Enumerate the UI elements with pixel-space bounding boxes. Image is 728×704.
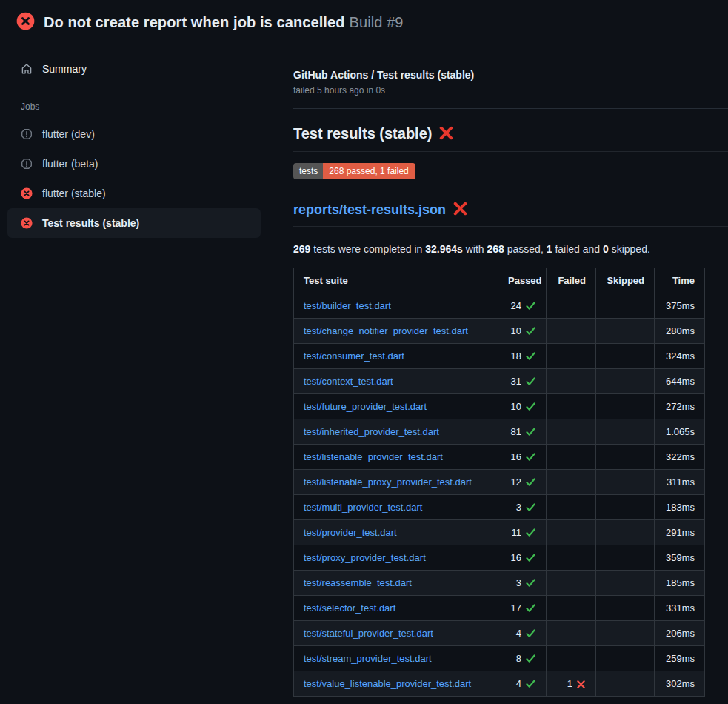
table-row: test/context_test.dart31644ms [294, 369, 705, 394]
build-title: Do not create report when job is cancell… [44, 14, 345, 30]
check-icon [525, 328, 536, 339]
test-suite-link[interactable]: test/proxy_provider_test.dart [304, 552, 426, 563]
test-suite-cell: test/stateful_provider_test.dart [294, 621, 498, 646]
sidebar: Summary Jobs flutter (dev)flutter (beta)… [0, 41, 281, 238]
table-row: test/multi_provider_test.dart3183ms [294, 495, 705, 520]
sidebar-item-label: flutter (stable) [42, 187, 106, 199]
summary-text: with [463, 243, 487, 255]
column-header-failed: Failed [547, 268, 596, 293]
x-circle-icon [21, 217, 33, 229]
failed-cell: 1 [547, 671, 596, 697]
time-cell: 322ms [655, 445, 705, 470]
check-icon [525, 580, 536, 591]
time-cell: 1.065s [655, 419, 705, 445]
test-suite-link[interactable]: test/change_notifier_provider_test.dart [304, 325, 468, 336]
test-suite-link[interactable]: test/consumer_test.dart [304, 351, 404, 362]
test-suite-cell: test/context_test.dart [294, 369, 498, 394]
passed-cell: 17 [498, 596, 547, 621]
results-summary-text: 269 tests were completed in 32.964s with… [293, 243, 728, 255]
test-suite-cell: test/selector_test.dart [294, 596, 498, 621]
x-mark-icon [576, 680, 586, 691]
test-suite-link[interactable]: test/reassemble_test.dart [304, 577, 412, 588]
failed-cell [547, 571, 596, 596]
time-cell: 185ms [655, 571, 705, 596]
failed-cell [547, 545, 596, 571]
check-icon [525, 403, 536, 414]
test-suite-cell: test/value_listenable_provider_test.dart [294, 671, 498, 697]
skipped-cell [596, 419, 655, 445]
check-icon [525, 605, 536, 616]
test-suite-link[interactable]: test/future_provider_test.dart [304, 401, 427, 412]
test-suite-link[interactable]: test/listenable_provider_test.dart [304, 451, 443, 462]
sidebar-item-test-results-stable[interactable]: Test results (stable) [7, 208, 261, 238]
check-icon [525, 655, 536, 666]
time-cell: 183ms [655, 495, 705, 520]
main-content: GitHub Actions / Test results (stable) f… [281, 41, 728, 697]
check-icon [525, 504, 536, 515]
home-icon [21, 63, 33, 75]
failed-cell [547, 445, 596, 470]
test-suite-link[interactable]: test/listenable_proxy_provider_test.dart [304, 476, 472, 488]
skipped-cell [596, 394, 655, 419]
time-cell: 359ms [655, 545, 705, 571]
skipped-cell [596, 445, 655, 470]
failed-cell [547, 369, 596, 394]
failed-cell [547, 394, 596, 419]
sidebar-item-label: flutter (beta) [42, 158, 98, 170]
table-header-row: Test suitePassedFailedSkippedTime [294, 268, 705, 293]
sidebar-item-flutter-beta[interactable]: flutter (beta) [7, 149, 261, 179]
sidebar-item-label: flutter (dev) [42, 128, 95, 140]
check-icon [525, 529, 536, 540]
test-suite-cell: test/future_provider_test.dart [294, 394, 498, 419]
table-row: test/listenable_proxy_provider_test.dart… [294, 470, 705, 495]
test-suite-link[interactable]: test/stateful_provider_test.dart [304, 628, 433, 639]
page-title: Do not create report when job is cancell… [44, 14, 404, 31]
time-cell: 280ms [655, 319, 705, 344]
failed-cell [547, 621, 596, 646]
test-suite-link[interactable]: test/value_listenable_provider_test.dart [304, 678, 471, 689]
test-suite-link[interactable]: test/provider_test.dart [304, 527, 397, 538]
failed-cell [547, 470, 596, 495]
section-title: Test results (stable) [293, 125, 728, 152]
table-row: test/stream_provider_test.dart8259ms [294, 646, 705, 671]
test-suite-link[interactable]: test/multi_provider_test.dart [304, 502, 422, 513]
summary-number: 1 [547, 243, 552, 255]
test-suite-link[interactable]: test/inherited_provider_test.dart [304, 426, 439, 437]
skipped-cell [596, 621, 655, 646]
test-suite-cell: test/provider_test.dart [294, 520, 498, 545]
report-file-link[interactable]: reports/test-results.json [293, 202, 728, 227]
table-row: test/inherited_provider_test.dart811.065… [294, 419, 705, 445]
passed-cell: 18 [498, 344, 547, 369]
test-suite-link[interactable]: test/context_test.dart [304, 376, 393, 387]
sidebar-item-summary[interactable]: Summary [7, 54, 261, 84]
test-suite-link[interactable]: test/selector_test.dart [304, 602, 395, 614]
skipped-cell [596, 319, 655, 344]
test-suite-cell: test/listenable_proxy_provider_test.dart [294, 470, 498, 495]
test-suite-link[interactable]: test/stream_provider_test.dart [304, 653, 432, 664]
table-row: test/listenable_provider_test.dart16322m… [294, 445, 705, 470]
skipped-cell [596, 571, 655, 596]
test-suite-link[interactable]: test/builder_test.dart [304, 300, 391, 311]
passed-cell: 3 [498, 495, 547, 520]
skipped-cell [596, 596, 655, 621]
failed-cell [547, 419, 596, 445]
cross-icon [439, 127, 453, 143]
time-cell: 324ms [655, 344, 705, 369]
table-row: test/reassemble_test.dart3185ms [294, 571, 705, 596]
table-row: test/consumer_test.dart18324ms [294, 344, 705, 369]
test-suite-cell: test/consumer_test.dart [294, 344, 498, 369]
summary-number: 0 [603, 243, 609, 255]
jobs-list: flutter (dev)flutter (beta)flutter (stab… [0, 119, 281, 238]
passed-cell: 16 [498, 545, 547, 571]
time-cell: 272ms [655, 394, 705, 419]
sidebar-item-flutter-stable[interactable]: flutter (stable) [7, 179, 261, 208]
time-cell: 375ms [655, 293, 705, 319]
failed-cell [547, 344, 596, 369]
build-results-page: Do not create report when job is cancell… [0, 0, 728, 697]
column-header-test-suite: Test suite [294, 268, 498, 293]
summary-text: tests were completed in [310, 243, 425, 255]
skipped-cell [596, 344, 655, 369]
jobs-section-heading: Jobs [0, 84, 281, 119]
skipped-cell [596, 671, 655, 697]
sidebar-item-flutter-dev[interactable]: flutter (dev) [7, 119, 261, 149]
